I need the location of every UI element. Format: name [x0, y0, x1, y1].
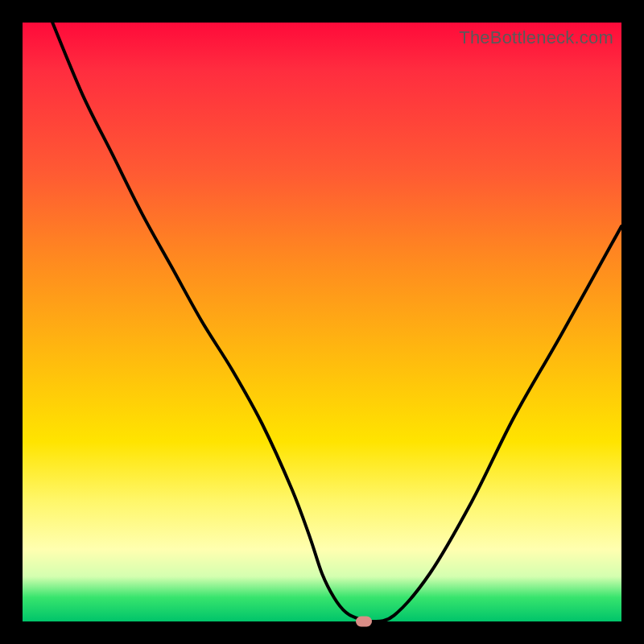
curve-path: [52, 23, 621, 621]
bottleneck-curve: [23, 23, 621, 621]
chart-frame: TheBottleneck.com: [0, 0, 644, 644]
optimal-point-marker: [356, 617, 372, 627]
plot-area: TheBottleneck.com: [23, 23, 621, 621]
watermark-text: TheBottleneck.com: [459, 27, 613, 48]
